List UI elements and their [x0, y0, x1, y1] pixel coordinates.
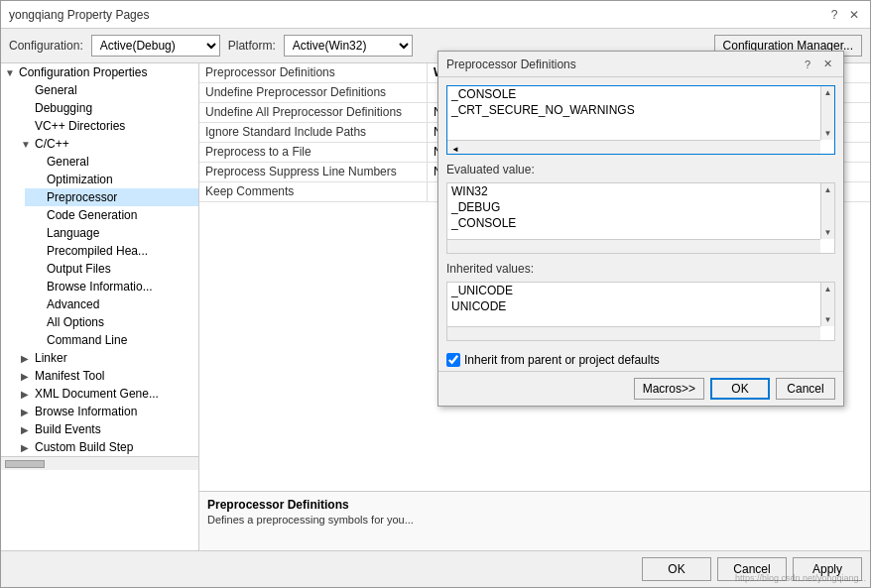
tree-item-browse-info[interactable]: Browse Informatio...	[25, 278, 198, 295]
tree-label-linker: Linker	[35, 351, 67, 365]
tree-label-browse-info-top: Browse Information	[35, 405, 137, 418]
prop-desc-title: Preprocessor Definitions	[207, 498, 862, 512]
overlay-cancel-button[interactable]: Cancel	[776, 378, 835, 400]
inherited-item-0: _UNICODE	[447, 283, 834, 298]
tree-label-output-files: Output Files	[47, 262, 111, 276]
hscroll-left: ◄	[451, 145, 459, 154]
tree-label-browse-info: Browse Informatio...	[47, 280, 153, 294]
tree-label-advanced: Advanced	[47, 297, 99, 311]
config-select[interactable]: Active(Debug)	[91, 35, 220, 57]
tree-label-precompiled: Precompiled Hea...	[47, 244, 148, 258]
edit-item-0: _CONSOLE	[447, 86, 834, 102]
tree-item-browse-info-top[interactable]: ▶ Browse Information	[13, 403, 198, 420]
tree-children-root: General Debugging VC++ Directories ▼ C/C…	[1, 81, 198, 456]
eval-item-2: _CONSOLE	[447, 215, 834, 231]
vscroll-inherited[interactable]: ▲ ▼	[820, 283, 834, 326]
title-bar: yongqiang Property Pages ? ✕	[1, 1, 870, 29]
tree-item-config-props[interactable]: ▼ Configuration Properties	[1, 63, 198, 81]
tree-item-manifest-tool[interactable]: ▶ Manifest Tool	[13, 367, 198, 385]
main-dialog: yongqiang Property Pages ? ✕ Configurati…	[0, 0, 871, 588]
help-button[interactable]: ?	[826, 7, 842, 23]
tree-item-custom-build[interactable]: ▶ Custom Build Step	[13, 438, 198, 456]
tree-item-vc-dirs[interactable]: VC++ Directories	[13, 117, 198, 135]
tree-item-linker[interactable]: ▶ Linker	[13, 349, 198, 367]
overlay-dialog: Preprocessor Definitions ? ✕ _CONSOLE _C…	[437, 51, 844, 407]
property-description: Preprocessor Definitions Defines a prepr…	[199, 491, 870, 550]
tree-item-command-line[interactable]: Command Line	[25, 331, 198, 349]
tree-item-language[interactable]: Language	[25, 224, 198, 242]
platform-select[interactable]: Active(Win32)	[284, 35, 413, 57]
inherited-container: _UNICODE UNICODE ▲ ▼	[446, 282, 835, 341]
eval-item-1: _DEBUG	[447, 199, 834, 215]
watermark: https://blog.csdn.net/yongqiang...	[735, 573, 866, 583]
tree-item-precompiled[interactable]: Precompiled Hea...	[25, 242, 198, 260]
tree-item-cpp-general[interactable]: General	[25, 153, 198, 171]
prop-name-4: Preprocess to a File	[199, 143, 428, 162]
tree-item-output-files[interactable]: Output Files	[25, 260, 198, 278]
eval-container: WIN32 _DEBUG _CONSOLE ▲ ▼	[446, 182, 835, 254]
inherited-scroll-up: ▲	[824, 285, 832, 294]
title-controls: ? ✕	[826, 7, 862, 23]
eval-scroll-down: ▼	[824, 228, 832, 237]
hscroll-eval[interactable]	[447, 239, 820, 253]
tree-item-xml-doc[interactable]: ▶ XML Document Gene...	[13, 385, 198, 403]
tree-item-cpp[interactable]: ▼ C/C++	[13, 135, 198, 153]
tree-item-general[interactable]: General	[13, 81, 198, 99]
platform-label: Platform:	[228, 39, 276, 53]
tree-item-build-events[interactable]: ▶ Build Events	[13, 420, 198, 438]
vscroll-edit[interactable]: ▲ ▼	[820, 86, 834, 140]
overlay-ok-button[interactable]: OK	[710, 378, 770, 400]
tree-item-all-options[interactable]: All Options	[25, 313, 198, 331]
hscroll-edit[interactable]: ◄	[447, 140, 820, 154]
edit-list-container: _CONSOLE _CRT_SECURE_NO_WARNINGS ▲ ▼ ◄	[446, 85, 835, 155]
tree-children-cpp: General Optimization Preprocessor Code G…	[13, 153, 198, 349]
inherit-checkbox[interactable]	[446, 353, 460, 367]
left-scrollbar[interactable]	[1, 456, 198, 470]
tree-label-optimization: Optimization	[47, 173, 113, 186]
tree-label-build-events: Build Events	[35, 422, 101, 436]
tree-item-debugging[interactable]: Debugging	[13, 99, 198, 117]
config-label: Configuration:	[9, 39, 83, 53]
tree-item-advanced[interactable]: Advanced	[25, 295, 198, 313]
scroll-up-arrow: ▲	[824, 88, 832, 97]
close-button[interactable]: ✕	[846, 7, 862, 23]
inherit-checkbox-row: Inherit from parent or project defaults	[446, 353, 835, 367]
prop-name-6: Keep Comments	[199, 182, 428, 201]
tree-label-custom-build: Custom Build Step	[35, 440, 133, 454]
overlay-close-button[interactable]: ✕	[819, 57, 835, 72]
prop-name-2: Undefine All Preprocessor Definitions	[199, 103, 428, 122]
prop-name-5: Preprocess Suppress Line Numbers	[199, 163, 428, 181]
tree-label-debugging: Debugging	[35, 101, 92, 115]
tree-label-language: Language	[47, 226, 99, 240]
tree-item-preprocessor[interactable]: Preprocessor	[25, 188, 198, 206]
inherited-scroll-down: ▼	[824, 315, 832, 324]
edit-list-box[interactable]: _CONSOLE _CRT_SECURE_NO_WARNINGS ▲ ▼ ◄	[446, 85, 835, 155]
prop-name-0: Preprocessor Definitions	[199, 63, 428, 82]
inherited-label: Inherited values:	[446, 262, 835, 276]
overlay-title: Preprocessor Definitions	[446, 58, 576, 71]
checkbox-area: Inherit from parent or project defaults	[438, 349, 843, 371]
prop-name-3: Ignore Standard Include Paths	[199, 123, 428, 142]
tree-label-all-options: All Options	[47, 315, 104, 329]
tree-item-code-gen[interactable]: Code Generation	[25, 206, 198, 224]
tree-label-preprocessor: Preprocessor	[47, 190, 117, 204]
tree-label-code-gen: Code Generation	[47, 208, 137, 222]
ok-button-main[interactable]: OK	[642, 557, 711, 581]
edit-item-1: _CRT_SECURE_NO_WARNINGS	[447, 102, 834, 118]
tree-label-vc-dirs: VC++ Directories	[35, 119, 125, 133]
eval-item-0: WIN32	[447, 183, 834, 199]
prop-desc-text: Defines a preprocessing symbols for you.…	[207, 514, 862, 526]
vscroll-eval[interactable]: ▲ ▼	[820, 183, 834, 239]
tree-label-manifest-tool: Manifest Tool	[35, 369, 104, 383]
tree-item-optimization[interactable]: Optimization	[25, 171, 198, 188]
expander-config-props: ▼	[5, 67, 17, 78]
overlay-footer: Macros>> OK Cancel	[438, 371, 843, 406]
tree-label-cpp-general: General	[47, 155, 89, 169]
hscroll-inherited[interactable]	[447, 326, 820, 340]
evaluated-label: Evaluated value:	[446, 163, 835, 176]
tree-label-command-line: Command Line	[47, 333, 127, 347]
macros-button[interactable]: Macros>>	[634, 378, 704, 400]
overlay-help-button[interactable]: ?	[800, 57, 815, 72]
scroll-down-arrow: ▼	[824, 129, 832, 138]
dialog-title: yongqiang Property Pages	[9, 8, 149, 22]
